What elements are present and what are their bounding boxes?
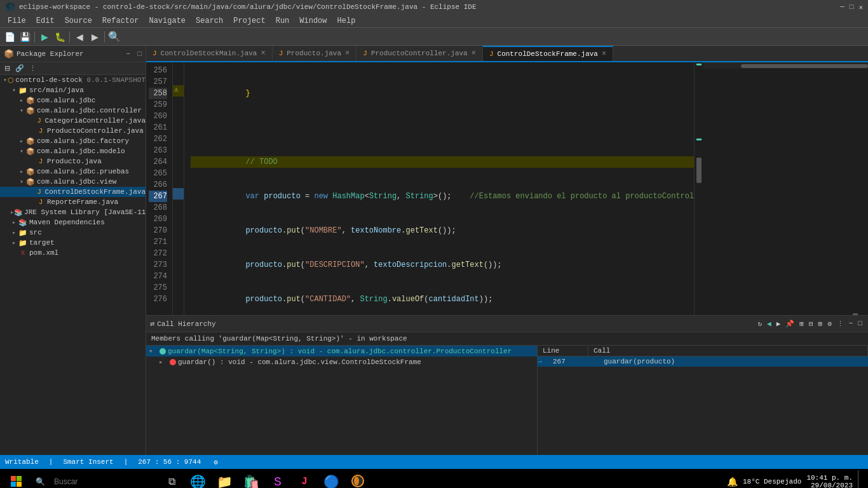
close-button[interactable]: ✕	[858, 3, 863, 11]
menu-edit[interactable]: Edit	[31, 15, 60, 27]
ind-263	[173, 142, 184, 154]
tree-item-controlstock[interactable]: J ControlDeStockFrame.java	[0, 187, 146, 197]
tab-close-4[interactable]: ×	[602, 50, 606, 58]
ch-minimize-button[interactable]: −	[847, 319, 855, 329]
ch-expand-button[interactable]: ⊞	[797, 319, 806, 329]
ch-layout-button[interactable]: ⊞	[817, 319, 825, 329]
tree-item-target[interactable]: ▸ 📁 target	[0, 238, 146, 248]
pe-maximize-icon[interactable]: □	[137, 50, 142, 58]
tab-controldestokmain[interactable]: J ControlDeStockMain.java ×	[146, 46, 273, 61]
minimize-button[interactable]: ─	[840, 3, 844, 11]
menu-refactor[interactable]: Refactor	[97, 15, 144, 27]
ch-data-row-1[interactable]: → 267 guardar(producto)	[538, 356, 868, 367]
tree-item-src-folder[interactable]: ▸ 📁 src	[0, 227, 146, 238]
taskbar-explorer-button[interactable]: 📁	[212, 470, 236, 488]
pe-minimize-icon[interactable]: −	[126, 50, 131, 58]
tab-producto[interactable]: J Producto.java ×	[273, 46, 357, 61]
tab-controldestock-active[interactable]: J ControlDeStockFrame.java ×	[483, 46, 613, 61]
tab-close-1[interactable]: ×	[261, 49, 265, 58]
tree-item-pom[interactable]: X pom.xml	[0, 248, 146, 258]
ch-callees-button[interactable]: ▶	[775, 319, 783, 329]
ch-tree-row-1[interactable]: ▾ guardar(Map<String, String>) : void - …	[146, 346, 537, 356]
ch-tree-label-1: guardar(Map<String, String>) : void - co…	[168, 348, 512, 355]
windows-logo-icon	[11, 476, 22, 487]
ch-pin-button[interactable]: 📌	[783, 319, 796, 329]
tree-item-pkg-modelo[interactable]: ▾ 📦 com.alura.jdbc.modelo	[0, 146, 146, 156]
scroll-thumb[interactable]	[696, 158, 702, 183]
tree-item-pkg-controller[interactable]: ▾ 📦 com.alura.jdbc.controller	[0, 105, 146, 116]
taskbar-clock[interactable]: 10:41 p. m. 29/08/2023	[806, 474, 853, 488]
toolbar-new-button[interactable]: 📄	[3, 30, 17, 44]
menu-navigate[interactable]: Navigate	[144, 15, 191, 27]
menu-window[interactable]: Window	[294, 15, 332, 27]
status-settings-icon[interactable]: ⚙	[214, 458, 218, 466]
tree-item-jre[interactable]: ▸ 📚 JRE System Library [JavaSE-11]	[0, 207, 146, 217]
maximize-button[interactable]: □	[850, 3, 854, 11]
code-content[interactable]: } // TODO var producto = new HashMap<Str…	[184, 62, 694, 315]
tree-arrow-ctrl: ▾	[18, 107, 25, 114]
tab-close-2[interactable]: ×	[345, 49, 349, 58]
ch-collapse-button[interactable]: ⊟	[807, 319, 815, 329]
taskbar-eclipse-active-button[interactable]	[346, 470, 370, 488]
hscroll-thumb[interactable]	[741, 64, 868, 68]
jre-label: JRE System Library [JavaSE-11]	[24, 208, 146, 216]
target-label: target	[29, 239, 55, 247]
ch-refresh-button[interactable]: ↻	[756, 319, 764, 329]
menu-run[interactable]: Run	[271, 15, 295, 27]
pe-menu-button[interactable]: ⋮	[27, 64, 38, 73]
code-editor[interactable]: 256 257 258 259 260 261 262 263 264 265 …	[146, 62, 868, 315]
pe-link-button[interactable]: 🔗	[13, 64, 26, 73]
tab-label-4: ControlDeStockFrame.java	[498, 50, 598, 58]
tree-item-pkg-jdbc[interactable]: ▸ 📦 com.alura.jdbc	[0, 95, 146, 105]
task-view-button[interactable]: ⧉	[160, 470, 183, 488]
ind-273	[173, 257, 184, 268]
tree-item-reporte[interactable]: J ReporteFrame.java	[0, 197, 146, 207]
taskbar-store-button[interactable]: 🛍️	[239, 470, 263, 488]
tree-item-project[interactable]: ▾ ⬡ control-de-stock 0.0.1-SNAPSHOT	[0, 75, 146, 85]
taskbar-edge-button[interactable]: 🌐	[186, 470, 210, 488]
menu-file[interactable]: File	[3, 15, 31, 27]
tab-icon-4: J	[489, 50, 494, 58]
start-button[interactable]	[5, 470, 28, 488]
toolbar-run-button[interactable]: ▶	[37, 30, 51, 44]
ch-expand-arrow-1[interactable]: ▾	[149, 347, 158, 355]
tree-item-categoria-ctrl[interactable]: J CategoriaController.java	[0, 116, 146, 126]
tree-item-pkg-view[interactable]: ▾ 📦 com.alura.jdbc.view	[0, 177, 146, 187]
tree-item-producto-ctrl[interactable]: J ProductoController.java	[0, 126, 146, 136]
menu-help[interactable]: Help	[332, 15, 361, 27]
taskbar-search-input[interactable]	[49, 473, 138, 488]
ch-tree-row-2[interactable]: ▸ guardar() : void - com.alura.jdbc.view…	[146, 356, 537, 367]
menu-source[interactable]: Source	[60, 15, 97, 27]
toolbar-save-button[interactable]: 💾	[18, 30, 32, 44]
tab-close-3[interactable]: ×	[471, 49, 476, 58]
pe-collapse-button[interactable]: ⊟	[3, 64, 12, 73]
taskbar-jetbrains-button[interactable]: J	[292, 470, 316, 488]
menu-project[interactable]: Project	[228, 15, 270, 27]
taskbar-notification-icon[interactable]: 🔔	[727, 477, 738, 487]
tree-item-producto[interactable]: J Producto.java	[0, 156, 146, 166]
tree-item-pkg-pruebas[interactable]: ▸ 📦 com.alura.jdbc.pruebas	[0, 166, 146, 177]
toolbar-forward-button[interactable]: ▶	[88, 30, 102, 44]
ch-menu-button[interactable]: ⋮	[835, 319, 846, 329]
call-hierarchy-icon: ⇄	[150, 319, 154, 329]
toolbar-debug-button[interactable]: 🐛	[53, 30, 67, 44]
code-line-257	[191, 122, 694, 133]
ch-callers-button[interactable]: ◀	[765, 319, 773, 329]
tab-productocontroller[interactable]: J ProductoController.java ×	[356, 46, 483, 61]
ch-maximize-button[interactable]: □	[856, 319, 864, 329]
horizontal-scrollbar[interactable]	[703, 62, 868, 69]
menu-search[interactable]: Search	[191, 15, 228, 27]
ch-settings-button[interactable]: ⚙	[825, 319, 834, 329]
taskbar-app5-button[interactable]: S	[266, 470, 290, 488]
taskbar-chrome-button[interactable]: 🔵	[319, 470, 343, 488]
taskbar-show-desktop-button[interactable]	[858, 470, 863, 488]
right-scrollbar[interactable]	[694, 62, 703, 315]
tab-bar: J ControlDeStockMain.java × J Producto.j…	[146, 46, 868, 62]
search-button[interactable]: 🔍	[31, 470, 158, 488]
toolbar-back-button[interactable]: ◀	[72, 30, 86, 44]
tree-item-pkg-factory[interactable]: ▸ 📦 com.alura.jdbc.factory	[0, 136, 146, 146]
tree-item-src-main[interactable]: ▾ 📁 src/main/java	[0, 85, 146, 95]
ch-expand-arrow-2[interactable]: ▸	[159, 358, 168, 366]
toolbar-search-button[interactable]: 🔍	[107, 30, 121, 44]
tree-item-maven[interactable]: ▸ 📚 Maven Dependencies	[0, 217, 146, 227]
